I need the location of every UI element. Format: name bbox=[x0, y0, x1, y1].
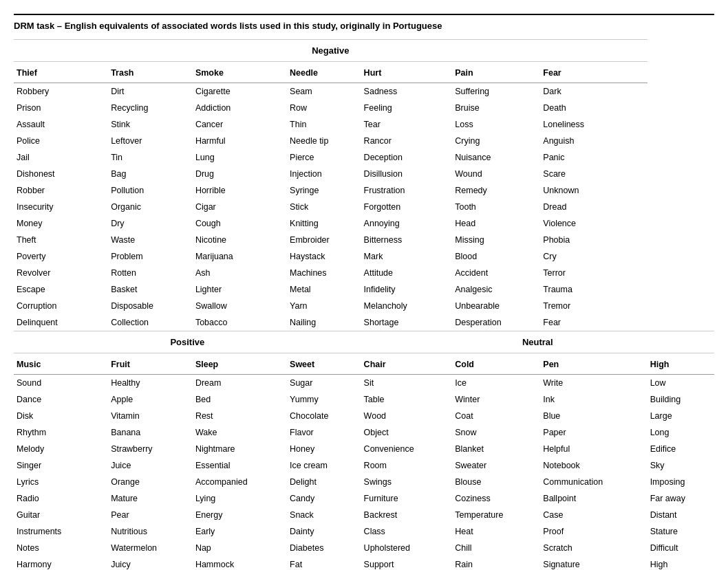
neu-col-cold: Cold bbox=[452, 353, 540, 374]
pos-col-sleep: Sleep bbox=[193, 353, 287, 374]
neu-col-chair: Chair bbox=[361, 353, 453, 374]
neg-col-thief: Thief bbox=[14, 61, 108, 83]
negative-col-headers: Thief Trash Smoke Needle Hurt Pain Fear bbox=[14, 61, 714, 83]
page-title: DRM task – English equivalents of associ… bbox=[14, 14, 714, 31]
table-row: InstrumentsNutritiousEarlyDaintyClassHea… bbox=[14, 523, 714, 540]
negative-section-header: Negative bbox=[14, 40, 714, 62]
table-row: GuitarPearEnergySnackBackrestTemperature… bbox=[14, 507, 714, 523]
table-row: PovertyProblemMarijuanaHaystackMarkBlood… bbox=[14, 248, 714, 265]
pos-neu-header-row: Positive Neutral bbox=[14, 331, 714, 353]
table-row: PrisonRecyclingAddictionRowFeelingBruise… bbox=[14, 100, 714, 116]
table-row: HarmonyJuicyHammockFatSupportRainSignatu… bbox=[14, 556, 714, 570]
neu-col-high: High bbox=[647, 353, 714, 374]
table-row: EscapeBasketLighterMetalInfidelityAnalge… bbox=[14, 281, 714, 298]
neg-col-needle: Needle bbox=[287, 61, 361, 83]
table-row: RadioMatureLyingCandyFurnitureCozinessBa… bbox=[14, 490, 714, 507]
table-row: MelodyStrawberryNightmareHoneyConvenienc… bbox=[14, 441, 714, 457]
table-row: RobberPollutionHorribleSyringeFrustratio… bbox=[14, 182, 714, 199]
table-row: DanceAppleBedYummyTableWinterInkBuilding bbox=[14, 391, 714, 408]
table-row: NotesWatermelonNapDiabetesUpholsteredChi… bbox=[14, 540, 714, 556]
table-row: RevolverRottenAshMachinesAttitudeAcciden… bbox=[14, 265, 714, 281]
neg-col-pain: Pain bbox=[452, 61, 540, 83]
table-row: RobberyDirtCigaretteSeamSadnessSuffering… bbox=[14, 83, 714, 100]
table-row: DishonestBagDrugInjectionDisillusionWoun… bbox=[14, 166, 714, 182]
table-row: PoliceLeftoverHarmfulNeedle tipRancorCry… bbox=[14, 133, 714, 149]
table-row: JailTinLungPierceDeceptionNuisancePanic bbox=[14, 149, 714, 166]
table-row: CorruptionDisposableSwallowYarnMelanchol… bbox=[14, 298, 714, 314]
pos-col-music: Music bbox=[14, 353, 108, 374]
neg-col-smoke: Smoke bbox=[193, 61, 287, 83]
table-row: MoneyDryCoughKnittingAnnoyingHeadViolenc… bbox=[14, 215, 714, 232]
table-row: TheftWasteNicotineEmbroiderBitternessMis… bbox=[14, 232, 714, 248]
table-row: DelinquentCollectionTobaccoNailingShorta… bbox=[14, 314, 714, 331]
positive-section-header: Positive bbox=[14, 331, 361, 353]
table-row: SingerJuiceEssentialIce creamRoomSweater… bbox=[14, 457, 714, 474]
table-row: SoundHealthyDreamSugarSitIceWriteLow bbox=[14, 374, 714, 391]
neg-col-trash: Trash bbox=[108, 61, 193, 83]
table-row: DiskVitaminRestChocolateWoodCoatBlueLarg… bbox=[14, 408, 714, 424]
table-row: RhythmBananaWakeFlavorObjectSnowPaperLon… bbox=[14, 424, 714, 441]
neutral-section-header: Neutral bbox=[361, 331, 714, 353]
neu-col-pen: Pen bbox=[540, 353, 647, 374]
table-row: InsecurityOrganicCigarStickForgottenToot… bbox=[14, 199, 714, 215]
table-row: LyricsOrangeAccompaniedDelightSwingsBlou… bbox=[14, 474, 714, 490]
table-row: AssaultStinkCancerThinTearLossLoneliness bbox=[14, 116, 714, 133]
neg-col-hurt: Hurt bbox=[361, 61, 453, 83]
neg-col-fear: Fear bbox=[540, 61, 647, 83]
pos-col-sweet: Sweet bbox=[287, 353, 361, 374]
pos-col-fruit: Fruit bbox=[108, 353, 193, 374]
pos-neu-col-headers: Music Fruit Sleep Sweet Chair Cold Pen H… bbox=[14, 353, 714, 374]
